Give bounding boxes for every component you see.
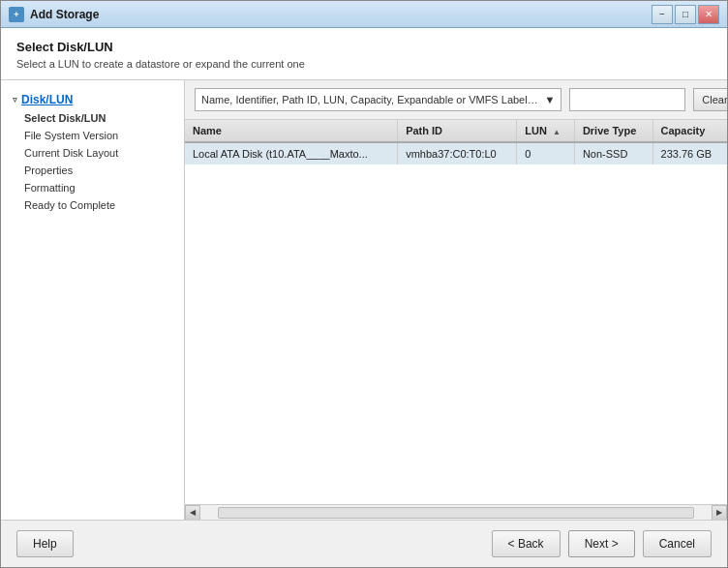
sidebar-item-label: Disk/LUN <box>21 93 73 106</box>
sidebar-item-select-disk[interactable]: Select Disk/LUN <box>1 109 184 127</box>
back-button[interactable]: < Back <box>492 530 561 557</box>
table-row[interactable]: Local ATA Disk (t10.ATA____Maxto... vmhb… <box>185 142 727 164</box>
sidebar-item-label: Current Disk Layout <box>24 147 118 159</box>
footer-right: < Back Next > Cancel <box>492 530 712 557</box>
sidebar-item-label: File System Version <box>24 130 118 141</box>
scroll-left-button[interactable]: ◀ <box>185 505 200 521</box>
add-storage-window: + Add Storage − □ ✕ Select Disk/LUN Sele… <box>0 0 728 568</box>
sidebar-item-file-system[interactable]: File System Version <box>1 127 184 144</box>
sidebar-item-formatting[interactable]: Formatting <box>1 179 184 196</box>
filter-dropdown-text: Name, Identifier, Path ID, LUN, Capacity… <box>201 94 539 105</box>
collapse-icon: ▿ <box>13 95 17 105</box>
col-header-path[interactable]: Path ID <box>398 120 517 142</box>
sidebar-item-label: Select Disk/LUN <box>24 112 106 124</box>
horizontal-scrollbar[interactable] <box>218 507 694 519</box>
next-button[interactable]: Next > <box>568 530 635 557</box>
dialog-body: ▿ Disk/LUN Select Disk/LUN File System V… <box>1 80 727 520</box>
dropdown-arrow-icon: ▼ <box>544 94 555 105</box>
cell-drive-type: Non-SSD <box>574 142 652 164</box>
scroll-right-button[interactable]: ▶ <box>712 505 727 521</box>
cell-path-id: vmhba37:C0:T0:L0 <box>398 142 517 164</box>
dialog-header: Select Disk/LUN Select a LUN to create a… <box>1 28 727 80</box>
maximize-button[interactable]: □ <box>675 5 696 24</box>
clear-button[interactable]: Clear <box>693 88 727 111</box>
window-controls: − □ ✕ <box>652 5 719 24</box>
filter-dropdown[interactable]: Name, Identifier, Path ID, LUN, Capacity… <box>195 88 561 111</box>
cell-name: Local ATA Disk (t10.ATA____Maxto... <box>185 142 398 164</box>
main-content: Name, Identifier, Path ID, LUN, Capacity… <box>185 80 727 520</box>
table-header: Name Path ID LUN ▲ Drive Type <box>185 120 727 142</box>
sidebar-item-disk-lun-parent[interactable]: ▿ Disk/LUN <box>1 90 184 109</box>
col-header-drive-type[interactable]: Drive Type <box>574 120 652 142</box>
table-header-row: Name Path ID LUN ▲ Drive Type <box>185 120 727 142</box>
disk-table-container: Name Path ID LUN ▲ Drive Type <box>185 120 727 504</box>
dialog-title: Select Disk/LUN <box>16 40 712 54</box>
title-bar: + Add Storage − □ ✕ <box>1 1 727 28</box>
sort-asc-icon: ▲ <box>553 128 561 136</box>
filter-bar: Name, Identifier, Path ID, LUN, Capacity… <box>185 80 727 120</box>
cancel-button[interactable]: Cancel <box>643 530 712 557</box>
sidebar-item-label: Properties <box>24 164 73 176</box>
cell-lun: 0 <box>517 142 575 164</box>
col-header-name[interactable]: Name <box>185 120 398 142</box>
disk-table: Name Path ID LUN ▲ Drive Type <box>185 120 727 164</box>
horizontal-scrollbar-area: ◀ ▶ <box>185 504 727 520</box>
close-button[interactable]: ✕ <box>698 5 719 24</box>
window-title: Add Storage <box>30 8 652 21</box>
sidebar-item-label: Ready to Complete <box>24 199 115 211</box>
help-button[interactable]: Help <box>16 530 74 557</box>
cell-capacity: 233.76 GB <box>652 142 727 164</box>
footer-left: Help <box>16 530 74 557</box>
sidebar-item-label: Formatting <box>24 182 76 194</box>
col-header-capacity[interactable]: Capacity <box>652 120 727 142</box>
minimize-button[interactable]: − <box>652 5 673 24</box>
sidebar-item-properties[interactable]: Properties <box>1 162 184 179</box>
sidebar-item-ready[interactable]: Ready to Complete <box>1 196 184 214</box>
sidebar-item-disk-layout[interactable]: Current Disk Layout <box>1 144 184 162</box>
window-icon: + <box>9 7 24 22</box>
sidebar: ▿ Disk/LUN Select Disk/LUN File System V… <box>1 80 185 520</box>
dialog-footer: Help < Back Next > Cancel <box>1 520 727 567</box>
dialog-subtitle: Select a LUN to create a datastore or ex… <box>16 58 712 70</box>
col-header-lun[interactable]: LUN ▲ <box>517 120 575 142</box>
filter-search-input[interactable] <box>569 88 685 111</box>
sidebar-section: ▿ Disk/LUN Select Disk/LUN File System V… <box>1 88 184 216</box>
table-body: Local ATA Disk (t10.ATA____Maxto... vmhb… <box>185 142 727 164</box>
